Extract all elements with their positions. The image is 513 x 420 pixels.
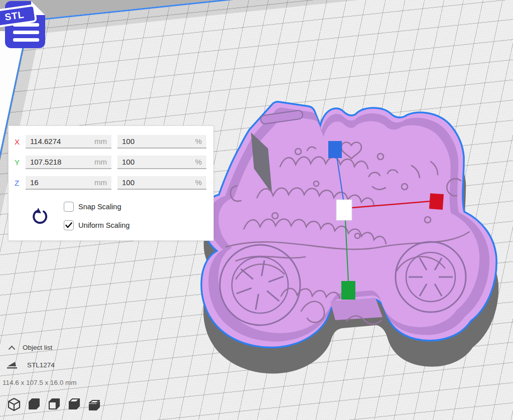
- scale-z-mm-field: mm: [26, 176, 111, 190]
- chevron-up-icon: [8, 345, 16, 350]
- scale-row-x: X mm %: [15, 135, 206, 149]
- scale-x-mm-input[interactable]: [30, 137, 91, 146]
- checkmark-icon: [65, 222, 72, 228]
- cube-solid-icon: [27, 397, 41, 412]
- cube-lid-icon: [87, 397, 101, 412]
- scale-y-percent-input[interactable]: [122, 158, 192, 166]
- view-top-button[interactable]: [47, 397, 61, 412]
- scale-z-percent-field: %: [117, 176, 206, 190]
- stl-file-icon: STL: [0, 0, 49, 50]
- reset-scale-button[interactable]: [32, 207, 49, 225]
- snap-scaling-checkbox[interactable]: [64, 202, 74, 212]
- scale-handle-x[interactable]: [429, 193, 444, 210]
- cube-front-face-icon: [47, 397, 61, 412]
- scale-row-y: Y mm %: [15, 156, 206, 169]
- axis-x-label: X: [15, 137, 26, 146]
- reset-arrow-icon: [32, 207, 48, 224]
- snap-scaling-row: Snap Scaling: [64, 201, 121, 212]
- cube-top-notch-icon: [67, 397, 81, 412]
- object-list-title: Object list: [23, 344, 52, 351]
- axis-y-label: Y: [15, 158, 26, 167]
- percent-label: %: [195, 137, 202, 146]
- view-left-button[interactable]: [67, 397, 81, 412]
- object-item-name: STL1274: [27, 361, 55, 369]
- unit-label: mm: [94, 158, 107, 166]
- model-dimensions-label: 114.6 x 107.5 x 16.0 mm: [3, 379, 77, 386]
- object-list-item[interactable]: STL1274: [7, 361, 55, 369]
- scale-x-percent-input[interactable]: [122, 137, 192, 146]
- scale-row-z: Z mm %: [15, 176, 206, 190]
- view-right-button[interactable]: [87, 397, 101, 412]
- unit-label: mm: [94, 178, 107, 187]
- scale-z-mm-input[interactable]: [30, 178, 91, 187]
- scale-handle-center[interactable]: [336, 200, 352, 220]
- scale-handle-y[interactable]: [341, 281, 355, 300]
- view-front-button[interactable]: [27, 397, 41, 412]
- uniform-scaling-checkbox[interactable]: [64, 220, 74, 230]
- stl-badge-label: STL: [4, 9, 25, 23]
- scale-x-mm-field: mm: [26, 135, 111, 149]
- unit-label: mm: [94, 137, 107, 146]
- axis-z-label: Z: [15, 179, 26, 187]
- percent-label: %: [195, 158, 202, 166]
- scale-y-mm-field: mm: [26, 156, 111, 169]
- scale-y-mm-input[interactable]: [30, 158, 91, 166]
- view-preset-toolbar: [7, 397, 101, 412]
- cube-wireframe-icon: [7, 397, 21, 412]
- scale-y-percent-field: %: [117, 156, 206, 169]
- snap-scaling-label: Snap Scaling: [78, 203, 121, 211]
- scale-z-percent-input[interactable]: [122, 178, 192, 187]
- object-wedge-icon: [7, 361, 18, 369]
- view-3d-button[interactable]: [7, 397, 21, 412]
- scale-handle-z[interactable]: [328, 141, 342, 158]
- uniform-scaling-row: Uniform Scaling: [64, 220, 130, 231]
- scale-tool-panel: X mm % Y mm % Z mm %: [8, 125, 214, 241]
- uniform-scaling-label: Uniform Scaling: [78, 221, 130, 229]
- percent-label: %: [195, 178, 202, 187]
- scale-x-percent-field: %: [117, 135, 206, 149]
- object-list-header[interactable]: Object list: [8, 344, 52, 351]
